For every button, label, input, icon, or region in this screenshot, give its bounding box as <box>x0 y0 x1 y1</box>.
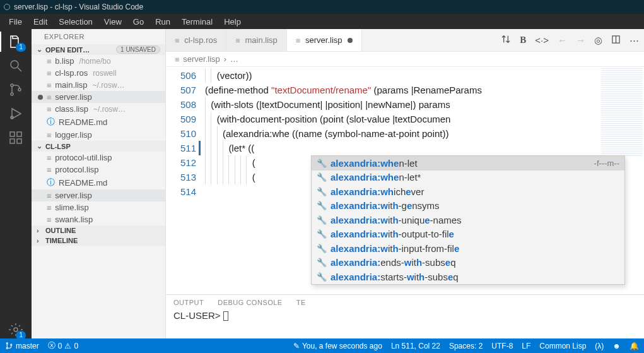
extensions-icon[interactable] <box>7 129 25 147</box>
open-editor-item[interactable]: ≡server.lisp <box>32 91 165 103</box>
autocomplete-item[interactable]: 🔧alexandria:ends-with-subseq <box>312 256 624 270</box>
info-icon: ⓘ <box>47 177 55 188</box>
autocomplete-item[interactable]: 🔧alexandria:when-let* <box>312 171 624 185</box>
menu-help[interactable]: Help <box>219 16 246 28</box>
sidebar-title: EXPLORER <box>32 29 165 44</box>
menu-go[interactable]: Go <box>128 16 149 28</box>
source-control-icon[interactable] <box>7 81 25 99</box>
nav-expand-icon[interactable]: <·> <box>535 35 549 45</box>
nav-fwd-icon[interactable]: → <box>576 35 585 45</box>
lambda-status[interactable]: (λ) <box>595 342 604 350</box>
menu-selection[interactable]: Selection <box>54 16 97 28</box>
open-editor-item[interactable]: ≡logger.lisp <box>32 129 165 141</box>
problems-status[interactable]: ⓧ 0 ⚠ 0 <box>48 340 78 351</box>
folder-file-item[interactable]: ≡swank.lisp <box>32 213 165 225</box>
svg-point-3 <box>18 88 21 91</box>
menu-bar: FileEditSelectionViewGoRunTerminalHelp <box>0 14 644 29</box>
file-icon: ≡ <box>47 215 51 224</box>
file-icon: ≡ <box>47 203 51 212</box>
editor-group: ≡cl-lsp.ros≡main.lisp≡server.lisp B <·> … <box>166 29 644 338</box>
status-bar: master ⓧ 0 ⚠ 0 ✎ You, a few seconds ago … <box>0 338 644 353</box>
dirty-dot-icon <box>348 38 353 43</box>
window-control-icon[interactable] <box>4 4 10 10</box>
wrench-icon: 🔧 <box>317 258 327 267</box>
indent-status[interactable]: Spaces: 2 <box>449 342 483 350</box>
encoding-status[interactable]: UTF-8 <box>491 342 513 350</box>
run-debug-icon[interactable] <box>7 105 25 123</box>
open-editor-item[interactable]: ≡main.lisp~/.rosw… <box>32 79 165 91</box>
svg-point-9 <box>14 328 18 332</box>
editor-tab[interactable]: ≡server.lisp <box>287 29 362 51</box>
autocomplete-item[interactable]: 🔧alexandria:with-unique-names <box>312 213 624 227</box>
folder-file-item[interactable]: ≡server.lisp <box>32 189 165 201</box>
git-blame-status[interactable]: ✎ You, a few seconds ago <box>293 342 382 350</box>
svg-point-13 <box>11 344 12 345</box>
file-icon: ≡ <box>47 69 51 78</box>
folder-file-item[interactable]: ≡protocol-util.lisp <box>32 152 165 164</box>
svg-rect-5 <box>10 132 15 136</box>
code-editor[interactable]: 506507508509510511512513514 (vector))(de… <box>166 67 644 294</box>
svg-point-0 <box>11 61 18 68</box>
search-icon[interactable] <box>7 57 25 75</box>
panel-tab[interactable]: OUTPUT <box>173 299 204 306</box>
more-actions-icon[interactable]: ⋯ <box>629 35 639 46</box>
split-editor-icon[interactable] <box>611 35 621 46</box>
svg-point-1 <box>11 84 13 87</box>
file-icon: ≡ <box>296 36 300 45</box>
autocomplete-item[interactable]: 🔧alexandria:with-output-to-file <box>312 227 624 242</box>
feedback-icon[interactable]: ☻ <box>612 342 621 350</box>
git-branch[interactable]: master <box>5 342 39 350</box>
svg-point-12 <box>6 347 8 349</box>
autocomplete-popup[interactable]: 🔧alexandria:when-let-f---m--🔧alexandria:… <box>311 155 625 285</box>
folder-file-item[interactable]: ≡slime.lisp <box>32 201 165 213</box>
wrench-icon: 🔧 <box>317 172 327 182</box>
activity-bar: 1 1 <box>0 29 32 338</box>
breadcrumb[interactable]: ≡ server.lisp › … <box>166 52 644 67</box>
timeline-header[interactable]: › TIMELINE <box>32 236 165 246</box>
outline-header[interactable]: › OUTLINE <box>32 225 165 236</box>
editor-tab[interactable]: ≡main.lisp <box>226 29 287 51</box>
chevron-down-icon: ⌄ <box>37 45 45 54</box>
file-icon: ≡ <box>47 191 51 200</box>
autocomplete-item[interactable]: 🔧alexandria:whichever <box>312 184 624 199</box>
eol-status[interactable]: LF <box>522 342 530 350</box>
file-icon: ≡ <box>175 36 179 45</box>
autocomplete-item[interactable]: 🔧alexandria:with-gensyms <box>312 199 624 213</box>
menu-edit[interactable]: Edit <box>28 16 52 28</box>
target-icon[interactable]: ◎ <box>594 35 602 46</box>
open-editors-header[interactable]: ⌄ OPEN EDIT… 1 UNSAVED <box>32 44 165 55</box>
info-icon: ⓘ <box>47 116 55 128</box>
svg-point-11 <box>6 343 8 344</box>
folder-header[interactable]: ⌄ CL-LSP <box>32 141 165 152</box>
language-status[interactable]: Common Lisp <box>539 342 586 350</box>
open-editor-item[interactable]: ⓘREADME.md <box>32 115 165 129</box>
nav-back-icon[interactable]: ← <box>558 35 567 45</box>
open-editor-item[interactable]: ≡cl-lsp.rosroswell <box>32 67 165 79</box>
open-editor-item[interactable]: ≡b.lisp/home/bo <box>32 55 165 67</box>
settings-gear-icon[interactable]: 1 <box>7 321 25 338</box>
menu-view[interactable]: View <box>99 16 127 28</box>
svg-rect-8 <box>17 139 21 143</box>
open-editor-item[interactable]: ≡class.lisp~/.rosw… <box>32 103 165 115</box>
cursor-position[interactable]: Ln 511, Col 22 <box>391 342 440 350</box>
compare-changes-icon[interactable] <box>501 34 511 46</box>
chevron-right-icon: › <box>37 237 45 244</box>
menu-terminal[interactable]: Terminal <box>177 16 218 28</box>
menu-file[interactable]: File <box>4 16 27 28</box>
terminal-output[interactable]: CL-USER> <box>166 306 644 338</box>
folder-file-item[interactable]: ≡protocol.lisp <box>32 164 165 176</box>
bell-icon[interactable]: 🔔 <box>629 342 639 350</box>
autocomplete-item[interactable]: 🔧alexandria:with-input-from-file <box>312 241 624 256</box>
panel-tab[interactable]: TE <box>296 299 306 306</box>
explorer-icon[interactable]: 1 <box>7 33 25 51</box>
folder-file-item[interactable]: ⓘREADME.md <box>32 176 165 189</box>
panel-tab[interactable]: DEBUG CONSOLE <box>218 299 282 306</box>
file-icon: ≡ <box>47 153 51 162</box>
menu-run[interactable]: Run <box>150 16 175 28</box>
autocomplete-item[interactable]: 🔧alexandria:when-let-f---m-- <box>312 156 624 171</box>
bottom-panel: OUTPUTDEBUG CONSOLETE CL-USER> <box>166 294 644 338</box>
autocomplete-item[interactable]: 🔧alexandria:starts-with-subseq <box>312 270 624 284</box>
file-icon: ≡ <box>47 131 51 140</box>
editor-tab[interactable]: ≡cl-lsp.ros <box>166 29 226 51</box>
bold-b-icon[interactable]: B <box>520 35 526 45</box>
